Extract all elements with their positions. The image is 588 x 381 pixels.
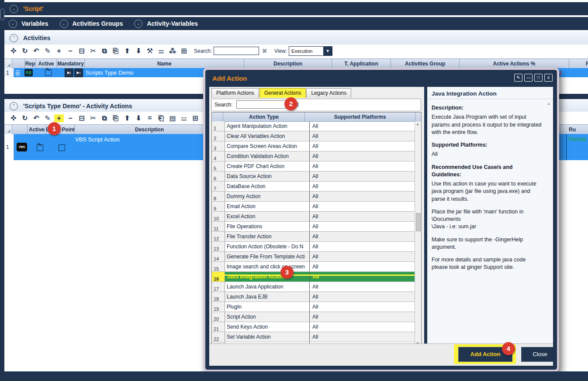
action-type-cell[interactable]: Generate File From Template Acti [225,252,310,261]
column-header[interactable] [12,59,25,68]
chevron-down-icon[interactable]: ⌄ [9,20,17,28]
action-type-cell[interactable]: Launch Java Application [225,282,310,292]
action-type-cell[interactable]: PlugIn [225,302,310,312]
chevron-down-icon[interactable]: ▼ [323,47,332,55]
action-type-cell[interactable]: File Operations [225,222,310,231]
action-type-cell[interactable]: Clear All Variables Action [225,131,310,141]
expand-icon[interactable]: ⊞ [179,47,189,55]
nav-item-activity-variables[interactable]: ⌄Activity-Variables [134,20,198,28]
actions-pin-icon[interactable]: ✜ [9,47,18,55]
column-header-t-application[interactable]: T. Application [332,59,391,68]
action-type-cell[interactable]: Dummy Action [225,192,310,201]
action-type-row[interactable]: 18Launch Java EJBAll [212,292,415,302]
equals-icon[interactable]: = [145,114,155,122]
column-header-description[interactable]: Description [244,59,332,68]
action-type-row[interactable]: 9Email ActionAll [212,202,415,212]
dialog-search-input[interactable] [236,100,288,109]
action-type-cell[interactable]: Data Source Action [225,172,310,181]
action-type-row[interactable]: 5Create PDF Chart ActionAll [212,161,415,172]
action-type-cell[interactable]: Excel Action [225,212,310,221]
search-input[interactable] [214,47,259,55]
action-type-row[interactable]: 12File Transfer ActionAll [212,232,415,242]
column-header-r[interactable]: R [569,59,588,68]
flag-icon[interactable]: ⎗ [156,114,166,122]
column-header[interactable] [12,125,28,134]
active-checkbox-icon[interactable] [45,69,52,76]
column-header-rep[interactable]: Rep [25,59,36,68]
group-icon[interactable]: ⁂ [168,47,177,55]
move-up-icon[interactable]: ⬆ [122,114,132,122]
collapse-icon[interactable]: ⌃ [10,34,18,42]
screenshot-icon[interactable]: ▤ [168,114,177,122]
close-button[interactable]: Close [521,347,553,362]
action-type-row[interactable]: 8Dummy ActionAll [212,192,415,202]
column-header-ru[interactable]: Ru [562,125,588,134]
action-type-row[interactable]: 17Launch Java ApplicationAll [212,282,415,292]
grid-scrollbar[interactable]: ▲ ▼ [415,121,421,346]
action-type-cell[interactable]: Set Variable Action [225,332,310,342]
undo-icon[interactable]: ↶ [31,114,41,122]
edit-icon[interactable]: ✎ [43,47,52,55]
action-type-row[interactable]: 3Compare Screen Areas ActionAll [212,141,415,151]
action-type-cell[interactable]: Image search and click on screen [225,262,310,271]
tab-general-actions[interactable]: General Actions [259,88,306,98]
action-type-row[interactable]: 16Java Integration ActionAll [212,272,415,282]
action-type-row[interactable]: 11File OperationsAll [212,222,415,232]
undo-icon[interactable]: ↶ [31,47,41,55]
chevron-down-icon[interactable]: ⌄ [134,20,142,28]
nav-item-activities-groups[interactable]: ⌄Activities Groups [60,20,123,28]
refresh-icon[interactable]: ↻ [20,47,30,55]
action-type-cell[interactable]: Script Action [225,312,310,322]
close-button[interactable]: x [544,74,553,82]
tab-platform-actions[interactable]: Platform Actions [211,88,259,98]
scroll-up-icon[interactable]: ▲ [416,122,419,126]
action-type-cell[interactable]: Email Action [225,202,310,211]
action-type-row[interactable]: 7DataBase ActionAll [212,182,415,192]
paste-icon[interactable]: ⎘ [111,114,121,122]
pin-icon[interactable]: ⚍ [179,114,189,122]
refresh-icon[interactable]: ↻ [20,114,30,122]
run-icon[interactable]: ▶| [65,69,73,77]
action-type-cell[interactable]: Agent Manipulation Action [225,121,310,131]
column-header-description[interactable]: Description [75,125,225,134]
tools-icon[interactable]: ⚒ [145,47,155,55]
action-type-row[interactable]: 20Script ActionAll [212,312,415,322]
action-type-row[interactable]: 21Send Keys ActionAll [212,322,415,332]
action-type-row[interactable]: 4Condition Validation ActionAll [212,151,415,161]
action-type-cell[interactable]: File Transfer Action [225,232,310,241]
column-header[interactable] [212,113,223,121]
action-type-cell[interactable]: DataBase Action [225,182,310,191]
excel-report-icon[interactable]: X≣ [24,69,33,76]
action-type-cell[interactable]: Launch Java EJB [225,292,310,302]
action-type-row[interactable]: 10Excel ActionAll [212,212,415,222]
add-icon[interactable]: + [54,47,64,55]
minimize-button[interactable]: — [524,74,533,82]
tab-legacy-actions[interactable]: Legacy Actions [306,88,351,98]
active-checkbox-icon[interactable] [37,144,43,151]
action-type-row[interactable]: 14Generate File From Template ActiAll [212,252,415,262]
remove-icon[interactable]: − [66,114,75,122]
copy-icon[interactable]: ⧉ [100,114,109,122]
expand-icon[interactable]: ⊞ [190,114,200,122]
scroll-thumb[interactable] [416,213,421,231]
action-type-row[interactable]: 2Clear All Variables ActionAll [212,131,415,141]
delete-icon[interactable]: ⊟ [77,114,86,122]
action-type-cell[interactable]: Function Action (Obsolete - Do N [225,242,310,251]
collapsed-panel-handle[interactable] [0,9,4,20]
copy-icon[interactable]: ⧉ [100,47,109,55]
continue-run-icon[interactable]: ▶• [74,69,83,77]
column-header-active-actions-%[interactable]: Active Actions % [460,59,569,68]
action-type-cell[interactable]: Send Keys Action [225,322,310,332]
action-type-row[interactable]: 22Set Variable ActionAll [212,332,415,342]
chevron-down-icon[interactable]: ⌄ [60,20,68,28]
action-type-row[interactable]: 1Agent Manipulation ActionAll [212,121,415,131]
cut-icon[interactable]: ✂ [88,47,98,55]
edit-icon[interactable]: ✎ [43,114,52,122]
action-type-cell[interactable]: Condition Validation Action [225,151,310,161]
clear-search-icon[interactable]: ✖ [262,47,267,55]
action-type-cell[interactable]: Java Integration Action [225,272,310,281]
column-header-supported-platforms[interactable]: Supported Platforms [305,113,415,121]
action-type-cell[interactable]: Create PDF Chart Action [225,161,310,171]
move-up-icon[interactable]: ⬆ [122,47,132,55]
remove-icon[interactable]: − [66,47,75,55]
